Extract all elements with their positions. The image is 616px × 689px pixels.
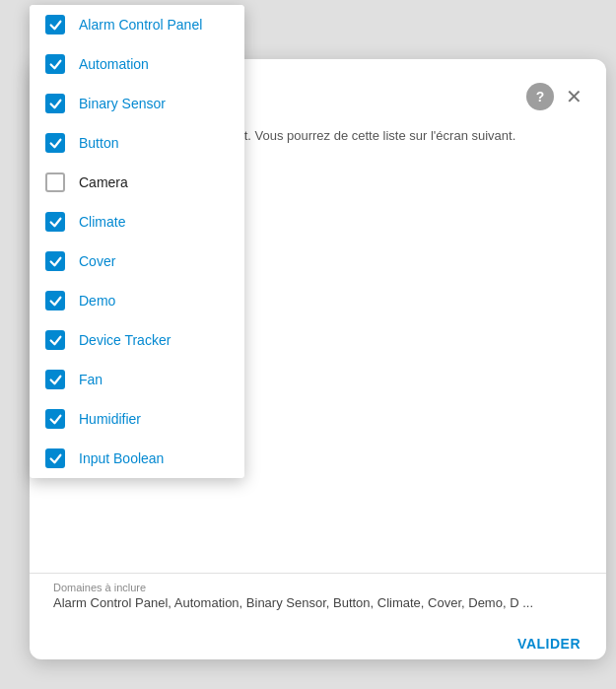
list-item-button[interactable]: Button bbox=[30, 123, 244, 163]
checkbox-binary-sensor[interactable] bbox=[45, 94, 65, 113]
checkbox-button[interactable] bbox=[45, 133, 65, 153]
list-item-climate[interactable]: Climate bbox=[30, 202, 244, 241]
list-item-binary-sensor[interactable]: Binary Sensor bbox=[30, 84, 244, 123]
list-item-device-tracker[interactable]: Device Tracker bbox=[30, 320, 244, 360]
checkbox-fan[interactable] bbox=[45, 370, 65, 389]
list-item-input-boolean[interactable]: Input Boolean bbox=[30, 439, 244, 478]
list-item-humidifier[interactable]: Humidifier bbox=[30, 399, 244, 439]
list-item-cover[interactable]: Cover bbox=[30, 241, 244, 281]
checkbox-device-tracker[interactable] bbox=[45, 330, 65, 350]
domains-footer: Domaines à inclure Alarm Control Panel, … bbox=[30, 573, 606, 610]
list-item-automation[interactable]: Automation bbox=[30, 44, 244, 84]
item-label-fan: Fan bbox=[79, 372, 103, 387]
item-label-binary-sensor: Binary Sensor bbox=[79, 96, 166, 111]
item-label-input-boolean: Input Boolean bbox=[79, 450, 164, 466]
checkbox-alarm-control-panel[interactable] bbox=[45, 15, 65, 34]
item-label-button: Button bbox=[79, 135, 118, 151]
checkbox-cover[interactable] bbox=[45, 251, 65, 271]
list-item-demo[interactable]: Demo bbox=[30, 281, 244, 320]
domains-section-label: Domaines à inclure bbox=[53, 582, 582, 593]
list-item-camera[interactable]: Camera bbox=[30, 163, 244, 202]
dropdown-list: Alarm Control PanelAutomationBinary Sens… bbox=[30, 5, 244, 478]
item-label-alarm-control-panel: Alarm Control Panel bbox=[79, 17, 202, 33]
dialog-icons: ? ✕ bbox=[526, 83, 582, 110]
checkbox-climate[interactable] bbox=[45, 212, 65, 232]
validate-row: VALIDER bbox=[506, 628, 592, 659]
checkbox-humidifier[interactable] bbox=[45, 409, 65, 429]
item-label-device-tracker: Device Tracker bbox=[79, 332, 171, 348]
checkbox-input-boolean[interactable] bbox=[45, 448, 65, 468]
checkbox-camera[interactable] bbox=[45, 172, 65, 192]
item-label-demo: Demo bbox=[79, 293, 115, 309]
item-label-humidifier: Humidifier bbox=[79, 411, 141, 427]
validate-button[interactable]: VALIDER bbox=[506, 628, 592, 659]
help-icon[interactable]: ? bbox=[526, 83, 554, 110]
close-icon[interactable]: ✕ bbox=[566, 85, 582, 108]
checkbox-demo[interactable] bbox=[45, 291, 65, 310]
checkbox-automation[interactable] bbox=[45, 54, 65, 74]
list-item-alarm-control-panel[interactable]: Alarm Control Panel bbox=[30, 5, 244, 44]
item-label-automation: Automation bbox=[79, 56, 149, 72]
item-label-cover: Cover bbox=[79, 253, 115, 269]
item-label-camera: Camera bbox=[79, 174, 128, 190]
list-item-fan[interactable]: Fan bbox=[30, 360, 244, 399]
item-label-climate: Climate bbox=[79, 214, 125, 230]
domains-value: Alarm Control Panel, Automation, Binary … bbox=[53, 595, 582, 610]
